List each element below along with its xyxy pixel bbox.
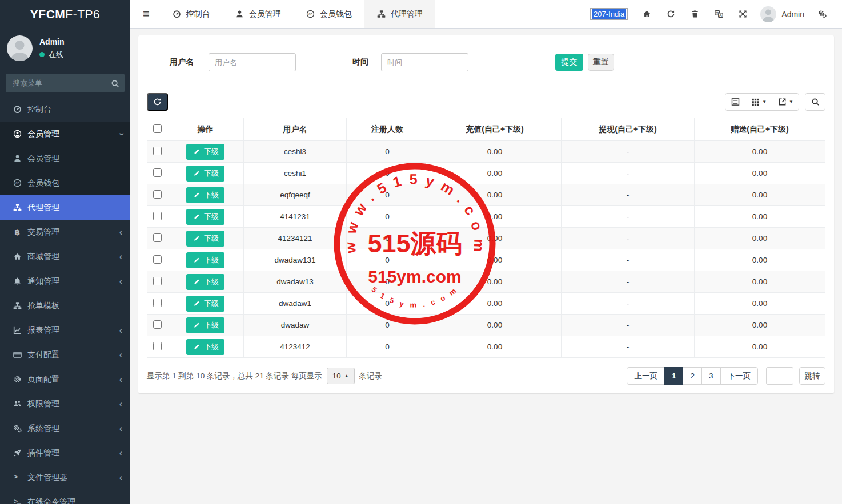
tab-member[interactable]: 会员管理 [223, 0, 294, 28]
recharge-cell: 0.00 [428, 141, 562, 163]
toggle-pagination-button[interactable] [725, 93, 745, 111]
page-button-3[interactable]: 3 [701, 367, 721, 385]
caret-down-icon: ▼ [762, 100, 767, 104]
gift-cell: 0.00 [695, 206, 825, 228]
row-checkbox[interactable] [153, 320, 162, 329]
session-input[interactable]: 207-India [590, 8, 628, 20]
sublevel-button-label: 下级 [204, 320, 219, 330]
sublevel-button-label: 下级 [204, 147, 219, 157]
row-checkbox[interactable] [153, 190, 162, 199]
column-header-5: 赠送(自己+下级) [695, 118, 825, 141]
sidebar-item-member[interactable]: 会员管理 [0, 146, 130, 171]
withdraw-cell: - [562, 249, 695, 271]
fullscreen-button[interactable] [731, 10, 755, 19]
sublevel-button[interactable]: 下级 [186, 296, 224, 312]
table-toolbar: ▼ ▼ [147, 93, 825, 111]
sidebar-item-auth[interactable]: 权限管理‹ [0, 392, 130, 416]
submit-button[interactable]: 提交 [555, 54, 583, 71]
table-refresh-button[interactable] [147, 93, 168, 111]
sidebar-item-label: 插件管理 [27, 448, 59, 458]
sidebar-item-online-command[interactable]: >_在线命令管理 [0, 490, 130, 504]
sidebar-item-file-manager[interactable]: >_文件管理器‹ [0, 465, 130, 490]
select-all-checkbox[interactable] [153, 124, 162, 133]
export-button[interactable]: ▼ [772, 93, 799, 111]
sidebar-item-report[interactable]: 报表管理‹ [0, 318, 130, 342]
username-cell: dwadaw13 [244, 271, 347, 293]
row-checkbox[interactable] [153, 168, 162, 177]
row-checkbox[interactable] [153, 147, 162, 155]
username-filter-input[interactable] [209, 53, 296, 71]
row-checkbox[interactable] [153, 255, 162, 264]
sidebar-item-agent[interactable]: 代理管理 [0, 195, 130, 220]
sublevel-button[interactable]: 下级 [186, 317, 224, 333]
tab-label: 控制台 [186, 9, 210, 19]
logo-bold-text: YFCM [30, 7, 66, 21]
jump-button[interactable]: 跳转 [799, 367, 825, 385]
navbar-right: 207-India 文A Admin [590, 0, 842, 28]
sublevel-button[interactable]: 下级 [186, 231, 224, 247]
page-button-prev[interactable]: 上一页 [627, 367, 665, 385]
tab-label: 会员钱包 [320, 9, 352, 19]
settings-button[interactable] [810, 10, 834, 19]
sidebar-item-plugin[interactable]: 插件管理‹ [0, 441, 130, 465]
sidebar-item-system[interactable]: 系统管理‹ [0, 416, 130, 441]
sidebar-item-dashboard[interactable]: 控制台 [0, 97, 130, 122]
user-status-label: 在线 [49, 50, 63, 60]
trash-button[interactable] [683, 10, 707, 19]
row-select-cell [147, 336, 167, 358]
bell-icon [13, 277, 22, 286]
reset-button[interactable]: 重置 [588, 54, 614, 71]
page-button-2[interactable]: 2 [683, 367, 702, 385]
row-checkbox[interactable] [153, 299, 162, 307]
register-count-cell: 0 [347, 228, 428, 249]
refresh-button[interactable] [659, 10, 683, 19]
time-filter-input[interactable] [381, 53, 468, 71]
sublevel-button[interactable]: 下级 [186, 166, 224, 182]
gift-cell: 0.00 [695, 184, 825, 206]
page-size-dropdown[interactable]: 10 ▲ [327, 368, 355, 384]
sidebar-item-wallet[interactable]: cc会员钱包 [0, 171, 130, 195]
sublevel-button[interactable]: 下级 [186, 209, 224, 225]
svg-text:cc: cc [15, 181, 19, 185]
translate-button[interactable]: 文A [707, 10, 731, 19]
tab-agent[interactable]: 代理管理 [364, 0, 435, 28]
sidebar-item-notice[interactable]: 通知管理‹ [0, 269, 130, 293]
page-button-next[interactable]: 下一页 [720, 367, 759, 385]
sidebar-item-member-group[interactable]: 会员管理‹ [0, 122, 130, 146]
home-button[interactable] [635, 10, 659, 19]
sitemap-icon [13, 301, 22, 311]
hamburger-menu-icon[interactable]: ≡ [130, 0, 160, 28]
navbar-user-name[interactable]: Admin [781, 10, 804, 19]
row-checkbox[interactable] [153, 233, 162, 242]
sublevel-button[interactable]: 下级 [186, 187, 224, 203]
row-checkbox[interactable] [153, 212, 162, 220]
sidebar-item-label: 系统管理 [27, 424, 59, 434]
navbar-avatar[interactable] [760, 6, 776, 22]
tab-wallet[interactable]: cc会员钱包 [294, 0, 364, 28]
page-button-1[interactable]: 1 [664, 367, 684, 385]
terminal-icon: >_ [13, 473, 22, 482]
sidebar-item-order-template[interactable]: 抢单模板 [0, 293, 130, 318]
sidebar-item-page-config[interactable]: 页面配置‹ [0, 367, 130, 392]
sublevel-button[interactable]: 下级 [186, 339, 224, 355]
gift-cell: 0.00 [695, 315, 825, 336]
gift-cell: 0.00 [695, 293, 825, 315]
table-search-button[interactable] [805, 93, 825, 111]
sublevel-button[interactable]: 下级 [186, 144, 224, 160]
row-checkbox[interactable] [153, 277, 162, 285]
columns-button[interactable]: ▼ [745, 93, 772, 111]
jump-page-input[interactable] [766, 367, 793, 385]
gift-cell: 0.00 [695, 228, 825, 249]
tab-dashboard[interactable]: 控制台 [160, 0, 223, 28]
sublevel-button[interactable]: 下级 [186, 252, 224, 268]
sidebar-item-mall[interactable]: 商城管理‹ [0, 244, 130, 269]
columns-grid-icon [751, 98, 760, 107]
sidebar-item-pay-config[interactable]: 支付配置‹ [0, 342, 130, 367]
cc-icon: cc [13, 179, 22, 188]
chevron-left-icon: ‹ [119, 449, 122, 458]
row-checkbox[interactable] [153, 342, 162, 350]
sidebar-search-input[interactable] [6, 74, 125, 92]
sublevel-button[interactable]: 下级 [186, 274, 224, 290]
username-filter-label: 用户名 [170, 57, 194, 67]
sidebar-item-trade[interactable]: ฿交易管理‹ [0, 220, 130, 244]
